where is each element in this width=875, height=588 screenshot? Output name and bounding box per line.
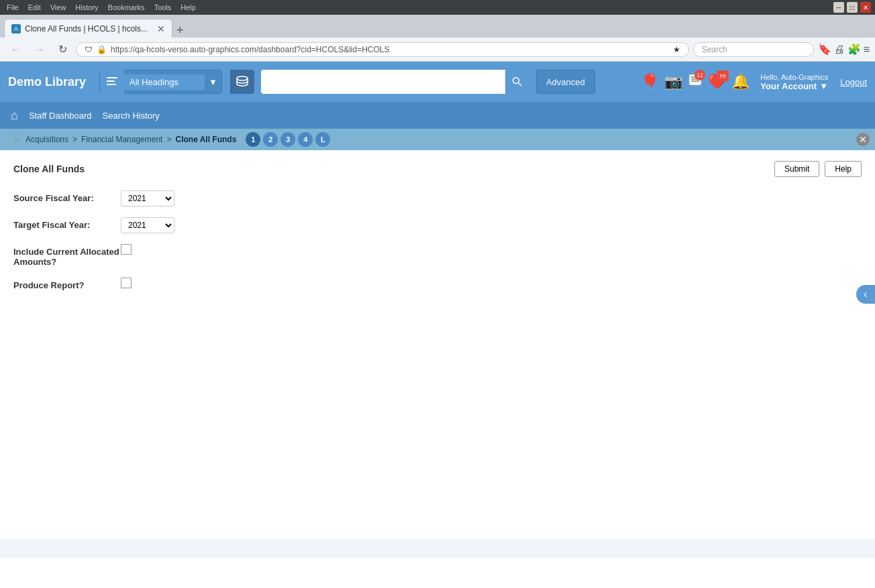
back-button[interactable]: ← [5, 41, 25, 58]
search-placeholder: Search [702, 45, 727, 54]
list-icon-wrap[interactable]: 11 [688, 72, 703, 91]
extension-icon[interactable]: 🧩 [847, 43, 861, 56]
balloon-icon: 🎈 [641, 73, 659, 91]
svg-rect-2 [107, 84, 116, 85]
help-button[interactable]: Help [825, 161, 862, 177]
staff-dashboard-link[interactable]: Staff Dashboard [29, 111, 92, 121]
tab-title: Clone All Funds | HCOLS | hcols... [25, 24, 148, 34]
database-icon[interactable] [230, 70, 254, 94]
url-display: https://qa-hcols-verso.auto-graphics.com… [111, 45, 669, 54]
collapse-panel-button[interactable]: ‹ [856, 285, 875, 304]
include-allocated-checkbox[interactable] [121, 244, 132, 255]
user-hello: Hello, Auto-Graphics [760, 73, 828, 81]
source-fiscal-year-control: 2021 2022 2023 [121, 190, 174, 207]
browser-menu-icon[interactable]: ≡ [864, 44, 870, 56]
source-fiscal-year-select[interactable]: 2021 2022 2023 [121, 190, 174, 207]
action-buttons: Submit Help [774, 161, 862, 177]
bell-icon: 🔔 [731, 73, 750, 91]
tab-bar: A Clone All Funds | HCOLS | hcols... ✕ + [0, 15, 875, 38]
step-badge-4[interactable]: 4 [298, 132, 313, 147]
dropdown-arrow-icon: ▼ [205, 77, 221, 87]
search-type-selector: All Headings ▼ [99, 70, 222, 94]
breadcrumb-clone-all-funds: Clone All Funds [175, 135, 236, 144]
source-fiscal-year-row: Source Fiscal Year: 2021 2022 2023 [13, 190, 862, 207]
close-button[interactable]: ✕ [860, 2, 871, 13]
menu-bookmarks[interactable]: Bookmarks [105, 3, 148, 11]
browser-search-bar[interactable]: Search [693, 42, 814, 57]
sub-nav: ⌂ Staff Dashboard Search History [0, 102, 875, 129]
svg-line-5 [519, 83, 521, 86]
title-bar: File Edit View History Bookmarks Tools H… [0, 0, 875, 15]
include-allocated-control [121, 244, 132, 255]
step-badge-2[interactable]: 2 [263, 132, 278, 147]
new-tab-button[interactable]: + [174, 23, 187, 38]
shield-icon: 🛡 [85, 45, 93, 54]
nav-extras: 🔖 🖨 🧩 ≡ [818, 43, 870, 56]
menu-tools[interactable]: Tools [152, 3, 174, 11]
svg-point-3 [237, 76, 248, 80]
print-icon[interactable]: 🖨 [834, 44, 845, 56]
menu-edit[interactable]: Edit [25, 3, 44, 11]
lock-icon: 🔒 [97, 45, 107, 54]
bell-icon-wrap[interactable]: 🔔 [731, 73, 750, 91]
camera-icon-wrap[interactable]: 📷 [664, 73, 682, 91]
tab-close-icon[interactable]: ✕ [157, 23, 165, 34]
menu-view[interactable]: View [48, 3, 69, 11]
search-type-icon[interactable] [100, 70, 124, 94]
breadcrumb-close-button[interactable]: ✕ [856, 133, 870, 146]
heart-icon-wrap[interactable]: ❤️ F9 [708, 73, 726, 91]
target-fiscal-year-label: Target Fiscal Year: [13, 217, 121, 230]
reload-button[interactable]: ↻ [54, 40, 72, 58]
minimize-button[interactable]: ─ [833, 2, 844, 13]
list-badge: 11 [694, 70, 705, 80]
search-history-link[interactable]: Search History [103, 111, 160, 121]
submit-button[interactable]: Submit [774, 161, 819, 177]
menu-history[interactable]: History [72, 3, 101, 11]
advanced-button[interactable]: Advanced [536, 70, 595, 94]
headings-dropdown[interactable]: All Headings [124, 74, 205, 90]
menu-file[interactable]: File [4, 3, 21, 11]
source-fiscal-year-label: Source Fiscal Year: [13, 190, 121, 203]
search-input-wrap [261, 70, 529, 94]
logout-button[interactable]: Logout [840, 77, 867, 87]
active-tab[interactable]: A Clone All Funds | HCOLS | hcols... ✕ [4, 19, 172, 38]
tab-favicon: A [11, 24, 21, 34]
forward-button[interactable]: → [30, 41, 50, 58]
produce-report-row: Produce Report? [13, 278, 862, 290]
nav-bar: ← → ↻ 🛡 🔒 https://qa-hcols-verso.auto-gr… [0, 38, 875, 62]
include-allocated-label: Include Current Allocated Amounts? [13, 244, 121, 267]
svg-rect-0 [107, 77, 117, 78]
user-info[interactable]: Hello, Auto-Graphics Your Account ▼ [760, 73, 828, 91]
produce-report-checkbox[interactable] [121, 278, 132, 288]
breadcrumb-sep-1: > [72, 135, 77, 144]
address-bar[interactable]: 🛡 🔒 https://qa-hcols-verso.auto-graphics… [76, 42, 689, 57]
main-content: Clone All Funds Submit Help Source Fisca… [0, 150, 875, 539]
menu-bar: File Edit View History Bookmarks Tools H… [4, 3, 199, 11]
library-name: Demo Library [8, 75, 86, 89]
home-icon[interactable]: ⌂ [11, 109, 18, 123]
app-container: Demo Library All Headings ▼ [0, 62, 875, 558]
include-allocated-row: Include Current Allocated Amounts? [13, 244, 862, 267]
step-badge-1[interactable]: 1 [246, 132, 260, 147]
target-fiscal-year-row: Target Fiscal Year: 2021 2022 2023 [13, 217, 862, 233]
maximize-button[interactable]: □ [847, 2, 858, 13]
target-fiscal-year-control: 2021 2022 2023 [121, 217, 174, 233]
menu-help[interactable]: Help [178, 3, 199, 11]
breadcrumb-bar: 🔗 Acquisitions > Financial Management > … [0, 129, 875, 150]
breadcrumb-financial-management[interactable]: Financial Management [81, 135, 162, 144]
page-title: Clone All Funds [13, 164, 85, 174]
form-section: Source Fiscal Year: 2021 2022 2023 Targe… [13, 190, 862, 290]
step-badge-l[interactable]: L [315, 132, 330, 147]
app-header: Demo Library All Headings ▼ [0, 62, 875, 102]
pocket-icon[interactable]: 🔖 [818, 43, 831, 56]
breadcrumb-acquisitions[interactable]: Acquisitions [25, 135, 68, 144]
search-go-button[interactable] [505, 70, 529, 94]
search-input[interactable] [261, 74, 505, 90]
step-badge-3[interactable]: 3 [280, 132, 295, 147]
target-fiscal-year-select[interactable]: 2021 2022 2023 [121, 217, 174, 233]
star-icon[interactable]: ★ [673, 45, 680, 54]
step-badges: 1 2 3 4 L [246, 132, 330, 147]
header-icons: 🎈 📷 11 ❤️ F9 [641, 72, 867, 91]
balloon-icon-wrap[interactable]: 🎈 [641, 73, 659, 91]
produce-report-label: Produce Report? [13, 278, 121, 290]
